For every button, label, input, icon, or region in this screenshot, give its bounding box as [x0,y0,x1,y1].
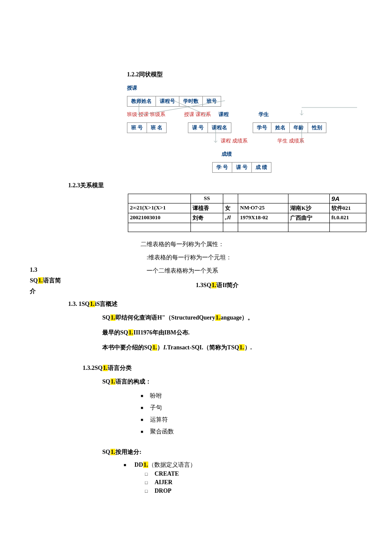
cell: 成 绩 [252,163,271,172]
cell: 谭植香 [191,203,223,213]
text: 语言分类 [108,365,132,371]
highlight: 1. [152,344,158,351]
heading-1-2-2: 1.2.2同状模型 [127,71,371,78]
text: SQ [102,314,110,321]
para: SQ1.语言的构成： [102,376,371,388]
cell: NM·O7·25 [238,203,288,213]
para: SQ1.按用途分: [102,447,371,458]
list-item: CREATE [145,471,371,477]
table-notes: 二维表格的每一列称为个属性： :维表格的每一行称为一个元坦： 一个二维表格称为一… [141,238,371,277]
cell: 年龄 [290,123,308,133]
note-line: 一个二维表格称为一个关系 [147,264,371,278]
sql-components-list: 吩咐 子句 运算符 聚合函数 [141,392,371,436]
cell [288,194,329,203]
cell [238,194,288,203]
cell: 教师姓名 [127,96,156,106]
text: SQ [102,449,110,455]
heading-1-3-2: 1.3.2SQ1.语言分类 [83,364,371,372]
para: SQ1.即结何化查询语H"（StructuredQuery1.anguage）。 [102,312,371,324]
heading-1-3-1: 1.3. 1SQ1.iS言概述 [68,300,371,308]
list-item: 聚合函数 [141,428,371,436]
list-item: 吩咐 [141,392,371,400]
highlight: 1. [38,277,43,284]
text: （数据定义语言） [148,462,196,468]
cell [128,223,191,232]
text: 即结何化查询语H"（StructuredQuery [115,314,215,321]
cell: 1979X18-02 [238,213,288,223]
rel-label: 学生 成绩系 [277,137,304,145]
cell: ft.0.021 [329,213,366,223]
cell [329,223,366,232]
list-item: 运算符 [141,416,371,424]
relation-table: SS 9A 2∞21(X>1(X>1 谭植香 女 NM·O7·25 湖南K沙 软… [128,194,366,232]
cell [238,223,288,232]
note-line: :维表格的每一行称为一个元坦： [147,251,371,264]
cell: 学时数 [179,96,203,106]
cell: 软件021 [329,203,366,213]
para: 最早的SQ1.III1976年由IBM公布. [102,327,371,339]
cell [223,194,238,203]
cell: 刘奇 [191,213,223,223]
table-row: SS 9A [128,194,366,203]
cell: 女 [223,203,238,213]
text: ）. [245,344,252,351]
cell: 姓名 [271,123,290,133]
list-item: AIJER [145,479,371,486]
sql-usage-list: DD1.（数据定义语言） CREATE AIJER DROP [124,461,371,494]
rel-label: 班级 授课 班级系 [127,111,165,118]
highlight: 1. [103,365,108,371]
cell: 学 号 [213,163,232,172]
cell: 9A [329,194,366,203]
highlight: 1. [110,314,116,321]
cell [288,223,329,232]
text: 1.3. 1SQ [68,301,89,307]
cell: ,Jl [223,213,238,223]
highlight: 1. [89,301,95,307]
ddl-sublist: CREATE AIJER DROP [145,471,371,494]
entity-label: 学生 [259,111,269,118]
text: 本书中要介绍的SQ [102,344,152,351]
list-item: DROP [145,488,371,494]
cell: 课 号 [188,123,208,133]
cell: 广西曲宁 [288,213,329,223]
cell: 班号 [203,96,221,106]
text: anguage）。 [221,314,254,321]
text: 1.3 [30,264,64,275]
text: 语If简介 [216,282,239,288]
cell: 2∞21(X>1(X>1 [128,203,191,213]
heading-1-2-3: 1.2.3关系模里 [68,182,371,189]
entity-label: 课程 [219,111,229,118]
note-line: 二维表格的每一列称为个属性： [141,238,371,251]
text: 1.3SQ [196,282,211,288]
cell: 性别 [308,123,326,133]
highlight: 1. [239,344,245,351]
list-item: 子句 [141,404,371,412]
cell: SS [191,194,223,203]
entity-label: 成绩 [222,151,232,158]
cell [191,223,223,232]
network-model-diagram: 授课 教师姓名 课程号 学时数 班号 班级 授课 班级系 授课 课程系 课程 学… [127,82,366,167]
cell [223,223,238,232]
heading-1-3: 1.3SQ1.语If简介 [64,282,371,289]
diagram-box-score: 学 号 课 号 成 绩 [212,162,271,173]
cell: 课 号 [232,163,252,172]
text: I. [163,344,167,351]
table-row: 20021003010 刘奇 ,Jl 1979X18-02 广西曲宁 ft.0.… [128,213,366,223]
cell: 班 号 [127,123,147,133]
sidebar-section-label: 1.3 SQ1.语言简 介 [30,264,64,297]
cell: 湖南K沙 [288,203,329,213]
highlight: 1. [211,282,217,288]
cell: 20021003010 [128,213,191,223]
table-row [128,223,366,232]
text: 按用途分: [115,449,141,455]
highlight: 1. [128,329,134,336]
rel-label: 授课 课程系 [184,111,211,118]
text: Transact-SQI.（简称为TSQ [167,344,239,351]
diagram-box-course: 课 号 课程名 [188,122,231,133]
diagram-box-class: 班 号 班 名 [127,122,167,133]
text: ） [157,344,163,351]
text: iS言概述 [95,301,118,307]
table-row: 2∞21(X>1(X>1 谭植香 女 NM·O7·25 湖南K沙 软件021 [128,203,366,213]
text: 语言的构成： [115,378,151,385]
para: 本书中要介绍的SQ1.）I.Transact-SQI.（简称为TSQ1.）. [102,342,371,354]
